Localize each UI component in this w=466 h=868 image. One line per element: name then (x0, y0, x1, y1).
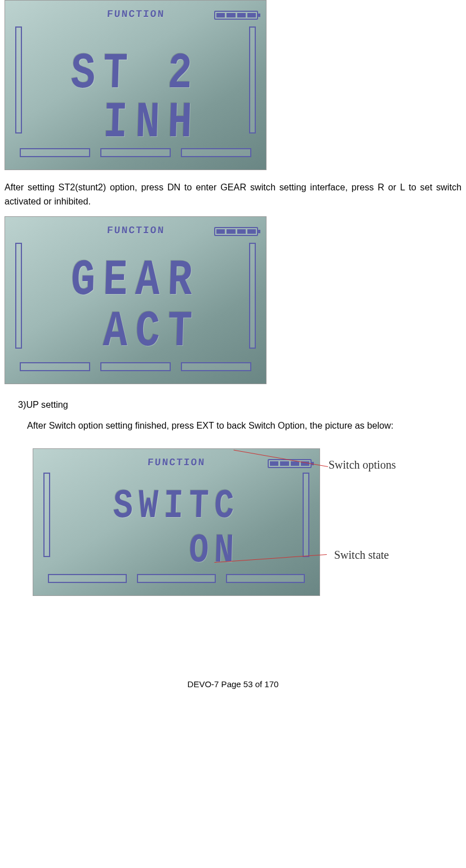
lcd-screenshot-st2: FUNCTION ST 2 INH (5, 0, 267, 170)
battery-icon (214, 11, 258, 20)
lcd-row-2: ACT (70, 303, 201, 361)
bottom-trim-bars (20, 148, 251, 157)
callout-text: Switch options (329, 459, 396, 471)
lcd-row-1: SWITC (113, 483, 240, 528)
lcd-screenshot-switch: FUNCTION SWITC ON (33, 448, 320, 596)
battery-icon (268, 459, 312, 468)
lcd-row-1: GEAR (70, 251, 201, 309)
bottom-trim-bars (20, 362, 251, 371)
lcd-header: FUNCTION (147, 457, 205, 468)
paragraph-up-instruction: After Switch option setting finished, pr… (27, 419, 459, 433)
lcd-row-2: INH (70, 94, 201, 152)
callout-switch-state: Switch state (334, 549, 389, 562)
document-page: FUNCTION ST 2 INH After setting ST2(stun… (5, 0, 461, 696)
lcd-header: FUNCTION (106, 225, 165, 236)
lcd-screenshot-gear: FUNCTION GEAR ACT (5, 216, 267, 384)
bottom-trim-bars (48, 574, 305, 583)
callout-text: Switch state (334, 549, 389, 561)
annotated-figure: FUNCTION SWITC ON Switch options Switch … (33, 448, 438, 612)
lcd-row-2: ON (113, 528, 240, 573)
paragraph-gear-instruction: After setting ST2(stunt2) option, press … (5, 180, 461, 208)
battery-icon (214, 227, 258, 236)
page-footer: DEVO-7 Page 53 of 170 (5, 679, 461, 696)
callout-switch-options: Switch options (329, 459, 396, 471)
lcd-header: FUNCTION (106, 8, 165, 20)
section-heading-up-setting: 3)UP setting (18, 398, 461, 412)
